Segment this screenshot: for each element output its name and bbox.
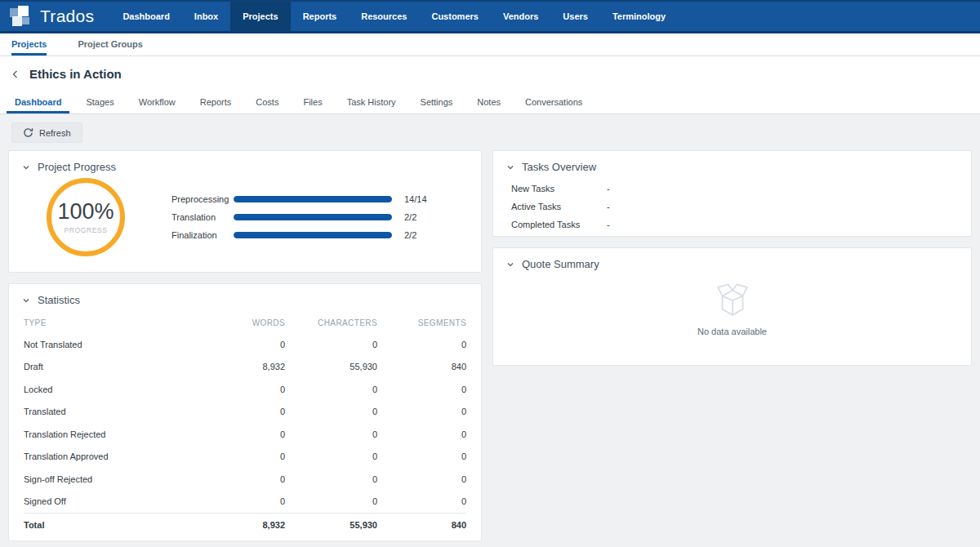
subtab[interactable]: Project Groups bbox=[78, 33, 142, 56]
project-progress-header[interactable]: Project Progress bbox=[9, 151, 481, 178]
statistics-table: TYPE WORDS CHARACTERS SEGMENTS Not Trans… bbox=[24, 313, 466, 536]
cell-segments: 0 bbox=[377, 474, 466, 484]
stage-count: 2/2 bbox=[404, 212, 416, 222]
cell-characters: 55,930 bbox=[285, 362, 377, 371]
chevron-down-icon bbox=[506, 260, 514, 269]
task-label: Completed Tasks bbox=[511, 220, 607, 229]
top-nav-item[interactable]: Resources bbox=[349, 2, 419, 31]
cell-characters: 0 bbox=[285, 451, 377, 461]
cell-segments: 0 bbox=[377, 429, 466, 439]
dashboard-content: Project Progress 100% PROGRESS Preproces… bbox=[0, 143, 980, 541]
top-nav-item[interactable]: Projects bbox=[230, 2, 290, 31]
project-tab[interactable]: Notes bbox=[469, 91, 509, 113]
tasks-overview-title: Tasks Overview bbox=[522, 161, 596, 173]
quote-summary-empty-state: No data available bbox=[493, 275, 971, 336]
cell-type: Translation Approved bbox=[24, 451, 193, 461]
subtab[interactable]: Projects bbox=[11, 33, 47, 56]
progress-caption: PROGRESS bbox=[65, 226, 108, 234]
quote-summary-header[interactable]: Quote Summary bbox=[493, 248, 971, 275]
chevron-left-icon bbox=[11, 69, 20, 79]
top-nav-item[interactable]: Terminology bbox=[600, 2, 678, 31]
tasks-overview-panel: Tasks Overview New Tasks - Active Tasks … bbox=[492, 150, 972, 237]
tasks-overview-list: New Tasks - Active Tasks - Completed Tas… bbox=[493, 178, 971, 233]
top-nav-item[interactable]: Inbox bbox=[182, 2, 230, 31]
top-nav-item[interactable]: Customers bbox=[419, 2, 490, 31]
trados-logo[interactable]: Trados bbox=[0, 2, 104, 31]
back-button[interactable] bbox=[11, 69, 20, 79]
top-nav-items: Dashboard Inbox Projects Reports Resourc… bbox=[110, 2, 678, 31]
project-tab[interactable]: Reports bbox=[192, 91, 240, 113]
stage-progress-bar bbox=[234, 232, 392, 238]
project-detail-tabs: Dashboard Stages Workflow Reports Costs … bbox=[0, 91, 980, 114]
subtab-label: Projects bbox=[11, 39, 47, 49]
cell-words: 0 bbox=[193, 474, 285, 484]
tasks-overview-header[interactable]: Tasks Overview bbox=[493, 151, 971, 178]
top-nav-item-label: Customers bbox=[431, 11, 478, 21]
task-value: - bbox=[607, 184, 610, 193]
statistics-header[interactable]: Statistics bbox=[9, 284, 481, 311]
total-label: Total bbox=[24, 520, 193, 530]
page-title: Ethics in Action bbox=[29, 67, 122, 81]
table-row: Translated 0 0 0 bbox=[24, 401, 466, 424]
top-nav-item-label: Inbox bbox=[194, 11, 218, 21]
project-tab[interactable]: Settings bbox=[412, 91, 461, 113]
statistics-total-row: Total 8,932 55,930 840 bbox=[24, 513, 466, 536]
col-segments: SEGMENTS bbox=[377, 318, 466, 327]
chevron-down-icon bbox=[506, 163, 514, 171]
cell-type: Translated bbox=[24, 407, 193, 416]
refresh-button-label: Refresh bbox=[39, 128, 71, 138]
stage-progress-bar bbox=[234, 196, 392, 202]
top-nav-item[interactable]: Users bbox=[550, 2, 600, 31]
subtab-label: Project Groups bbox=[78, 39, 142, 49]
quote-summary-title: Quote Summary bbox=[522, 258, 599, 270]
task-label: New Tasks bbox=[511, 184, 607, 193]
col-characters: CHARACTERS bbox=[285, 318, 377, 327]
task-value: - bbox=[607, 202, 610, 211]
table-row: Not Translated 0 0 0 bbox=[24, 333, 466, 356]
stage-progress-row: Preprocessing 14/14 bbox=[172, 190, 465, 208]
top-nav-item[interactable]: Vendors bbox=[491, 2, 550, 31]
top-nav-item[interactable]: Dashboard bbox=[110, 2, 181, 31]
progress-percent: 100% bbox=[57, 201, 114, 223]
project-progress-panel: Project Progress 100% PROGRESS Preproces… bbox=[8, 150, 482, 273]
refresh-icon bbox=[23, 127, 33, 138]
project-tab[interactable]: Conversations bbox=[517, 91, 590, 113]
table-row: Draft 8,932 55,930 840 bbox=[24, 356, 466, 379]
project-tab[interactable]: Costs bbox=[247, 91, 287, 113]
cell-type: Signed Off bbox=[24, 496, 193, 506]
stage-progress-bar bbox=[234, 214, 392, 220]
chevron-down-icon bbox=[22, 163, 30, 171]
no-data-text: No data available bbox=[697, 327, 767, 336]
project-tab[interactable]: Stages bbox=[78, 91, 122, 113]
refresh-button[interactable]: Refresh bbox=[11, 122, 82, 143]
project-tab[interactable]: Files bbox=[295, 91, 330, 113]
top-nav-item-label: Users bbox=[563, 11, 588, 21]
top-nav-item-label: Reports bbox=[303, 11, 337, 21]
stage-label: Preprocessing bbox=[172, 194, 234, 204]
project-tab-label: Conversations bbox=[525, 97, 582, 107]
top-nav-item-label: Terminology bbox=[612, 11, 666, 21]
top-nav-item[interactable]: Reports bbox=[291, 2, 350, 31]
cell-characters: 0 bbox=[285, 407, 377, 416]
cell-characters: 0 bbox=[285, 429, 377, 439]
table-row: Signed Off 0 0 0 bbox=[24, 491, 466, 514]
cell-segments: 0 bbox=[377, 407, 466, 416]
table-row: Translation Approved 0 0 0 bbox=[24, 446, 466, 469]
project-tab[interactable]: Task History bbox=[339, 91, 404, 113]
cell-words: 0 bbox=[193, 340, 285, 349]
project-tab[interactable]: Dashboard bbox=[7, 91, 69, 113]
statistics-panel: Statistics TYPE WORDS CHARACTERS SEGMENT… bbox=[8, 283, 482, 541]
cell-words: 0 bbox=[193, 385, 285, 394]
brand-name: Trados bbox=[40, 7, 94, 26]
project-tab-label: Reports bbox=[200, 97, 232, 107]
stage-label: Translation bbox=[172, 212, 234, 222]
cell-characters: 0 bbox=[285, 474, 377, 484]
project-tab[interactable]: Workflow bbox=[131, 91, 184, 113]
stage-progress-bar-fill bbox=[234, 196, 392, 202]
stage-progress-list: Preprocessing 14/14 Translation bbox=[172, 190, 465, 244]
stage-progress-bar-fill bbox=[234, 214, 392, 220]
cell-words: 8,932 bbox=[193, 362, 285, 371]
empty-box-icon bbox=[709, 280, 756, 321]
progress-donut: 100% PROGRESS bbox=[47, 178, 125, 256]
cell-type: Locked bbox=[24, 385, 193, 394]
